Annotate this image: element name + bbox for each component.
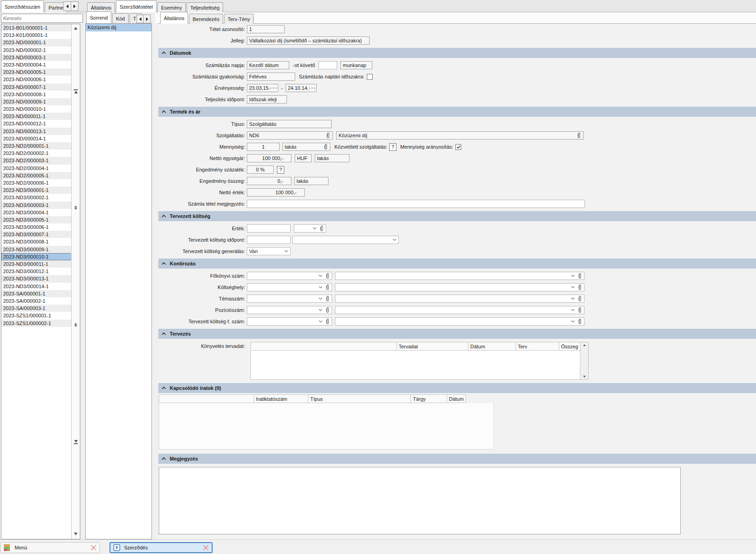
contract-list-item[interactable]: 2023-ND/000001-1 [1, 39, 72, 46]
contract-list-scrollbar[interactable] [71, 24, 80, 539]
kontirozas-name-combo[interactable] [335, 317, 584, 326]
main-tab[interactable]: Berendezés [189, 14, 223, 24]
teljesites-idopont-field[interactable]: Időszak eleji [247, 95, 287, 104]
contract-list-item[interactable]: 2013-B01/000001-1 [1, 24, 72, 31]
date-picker-button[interactable]: ··· [309, 86, 317, 90]
contract-list-item[interactable]: 2023-ND/000002-1 [1, 47, 72, 54]
contract-list-item[interactable]: 2023-SA/000003-1 [1, 305, 72, 312]
scroll-down-button[interactable] [74, 533, 78, 535]
mennyiseg-field[interactable]: 1 [247, 143, 280, 151]
generalas-combo[interactable]: Van [247, 247, 291, 255]
mennyiseg-unit-field[interactable]: lakás [282, 143, 330, 151]
netto-egysegar-field[interactable]: 100 000,- [247, 154, 292, 162]
contract-list-item[interactable]: 2023-ND3/000004-1 [1, 209, 72, 216]
middle-panel-tab[interactable]: Általános [87, 2, 115, 12]
ertek-unit-combo[interactable] [294, 224, 326, 233]
section-header-datumok[interactable]: Dátumok [158, 48, 756, 58]
tab-scroll-right-button[interactable] [71, 1, 78, 11]
grid-column-header[interactable]: Iratiktatószám [254, 394, 308, 403]
subtab-scroll-right-button[interactable] [143, 15, 151, 23]
kontirozas-code-combo[interactable] [247, 283, 332, 291]
taskbar-item-szerzodes[interactable]: Szerződés [109, 542, 213, 553]
paperclip-icon[interactable] [323, 144, 328, 150]
paperclip-icon[interactable] [578, 295, 582, 302]
jelleg-field[interactable]: Vállalkozási díj (ismétlődő – számlázási… [247, 36, 370, 45]
contract-list-item[interactable]: 2023-ND2/000006-1 [1, 179, 72, 186]
contract-list-item[interactable]: 2023-ND/000014-1 [1, 135, 72, 142]
paperclip-icon[interactable] [577, 132, 581, 139]
contract-list-item[interactable]: 2023-ND2/000001-1 [1, 142, 72, 150]
contract-list-item[interactable]: 2023-ND3/000005-1 [1, 216, 72, 223]
middle-subtab[interactable]: Sorrend [86, 11, 111, 23]
contract-list-item[interactable]: 2023-ND/000010-1 [1, 105, 72, 113]
paperclip-icon[interactable] [325, 295, 330, 302]
paperclip-icon[interactable] [326, 132, 330, 139]
contract-list-item[interactable]: 2023-ND3/000009-1 [1, 246, 72, 253]
egysegar-unit-field[interactable]: lakás [315, 154, 349, 162]
megjegyzes-textarea[interactable] [159, 467, 681, 534]
kozvetitett-tristate-button[interactable]: ? [389, 143, 396, 151]
section-header-tervezes[interactable]: Tervezés [158, 329, 756, 339]
contract-list-item[interactable]: 2023-ND/000009-1 [1, 98, 72, 105]
engedmeny-szazalek-field[interactable]: 0 % [247, 166, 274, 174]
munkanap-field[interactable]: munkanap [340, 61, 372, 69]
close-icon[interactable] [203, 544, 209, 551]
close-icon[interactable] [90, 544, 97, 551]
paperclip-icon[interactable] [325, 307, 330, 313]
kontirozas-name-combo[interactable] [335, 283, 584, 291]
contract-list-item[interactable]: 2023-ND2/000002-1 [1, 150, 72, 157]
main-tab[interactable]: Általános [160, 12, 188, 24]
grid-column-header[interactable]: Tárgy [411, 394, 447, 403]
engedmeny-osszeg-field[interactable]: 0,- [247, 177, 292, 185]
main-tab[interactable]: Terv-Tény [224, 14, 254, 24]
tab-scroll-left-button[interactable] [63, 1, 71, 11]
ertek-field[interactable] [247, 224, 291, 233]
engedmeny-unit-field[interactable]: lakás [294, 177, 328, 185]
grid-column-header[interactable]: Terv [516, 342, 559, 351]
contract-list-item[interactable]: 2023-ND2/000003-1 [1, 157, 72, 164]
contract-list-item[interactable]: 2023-SA/000002-1 [1, 297, 72, 305]
engedmeny-help-button[interactable]: ? [277, 166, 284, 174]
scroll-up-button[interactable] [74, 27, 78, 30]
section-header-megjegyzes[interactable]: Megjegyzés [158, 454, 756, 464]
contract-list-item[interactable]: 2023-ND/000012-1 [1, 120, 72, 127]
scroll-to-top-button[interactable] [74, 89, 78, 93]
paperclip-icon[interactable] [319, 225, 324, 232]
aranyositas-checkbox[interactable] [455, 144, 461, 150]
contract-list-item[interactable]: 2023-ND3/000012-1 [1, 268, 72, 275]
section-header-tervezett-koltseg[interactable]: Tervezett költség [158, 211, 756, 221]
grid-column-header[interactable]: Dátum [447, 394, 466, 403]
paperclip-icon[interactable] [578, 284, 582, 290]
middle-panel-tab[interactable]: Szerződéstétel [116, 0, 156, 12]
middle-subtab[interactable]: Kód [112, 13, 129, 23]
contract-list-item[interactable]: 2023-ND3/000010-1 [1, 253, 72, 260]
kontirozas-code-combo[interactable] [247, 317, 332, 326]
szolgaltatas-name-field[interactable]: Közüzemi díj [336, 131, 584, 140]
contract-list-item[interactable]: 2023-ND/000005-1 [1, 68, 72, 76]
paperclip-icon[interactable] [325, 318, 330, 325]
section-header-termek-es-ar[interactable]: Termék és ár [158, 107, 756, 117]
contract-list-item[interactable]: 2023-ND3/000011-1 [1, 260, 72, 268]
ervenyesseg-to-field[interactable]: 24.10.14. ··· [286, 84, 317, 92]
kontirozas-code-combo[interactable] [247, 306, 332, 314]
date-picker-button[interactable]: ··· [270, 86, 278, 90]
contract-list-item[interactable]: 2023-ND3/000003-1 [1, 202, 72, 209]
contract-list-item[interactable]: 2023-ND/000006-1 [1, 76, 72, 83]
grid-column-header[interactable]: Dátum [468, 342, 516, 351]
kontirozas-name-combo[interactable] [335, 306, 584, 314]
taskbar-item-menu[interactable]: Menü [0, 542, 100, 553]
contract-list-item[interactable]: 2023-ND3/000001-1 [1, 186, 72, 194]
kontirozas-code-combo[interactable] [247, 272, 332, 280]
contract-list-item[interactable]: 2023-ND2/000005-1 [1, 172, 72, 179]
tervezett-idopont-combo[interactable] [292, 236, 399, 244]
paperclip-icon[interactable] [325, 284, 330, 290]
grid-scroll-up-button[interactable] [583, 344, 586, 346]
scroll-to-bottom-button[interactable] [74, 440, 78, 444]
szamlazas-napja-field[interactable]: Kezdő dátum [247, 61, 289, 69]
contract-list-item[interactable]: 2023-ND/000013-1 [1, 128, 72, 135]
contract-list-item[interactable]: 2023-ND3/000007-1 [1, 231, 72, 238]
kovetō-nap-field[interactable] [318, 61, 337, 69]
section-header-kontirozas[interactable]: Kontírozás [158, 259, 756, 269]
left-panel-tab[interactable]: Szerződésszám [1, 0, 44, 12]
middle-panel-tab[interactable]: Teljesítettség [187, 2, 223, 12]
